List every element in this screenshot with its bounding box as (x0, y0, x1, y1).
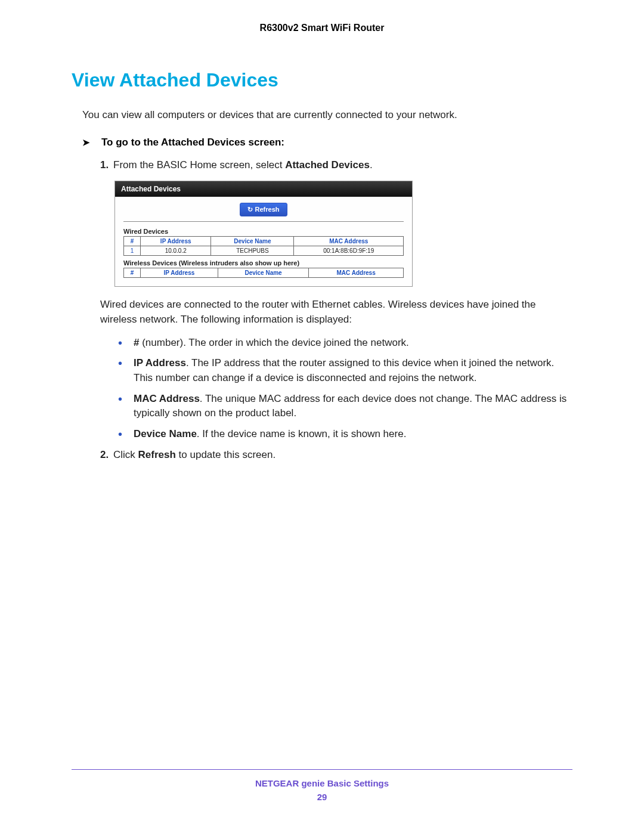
col-ip: IP Address (141, 237, 211, 246)
arrow-icon: ➤ (82, 137, 93, 148)
bullet-bold: Device Name (134, 428, 197, 439)
bullet-rest: (number). The order in which the device … (139, 337, 408, 348)
wired-devices-table: # IP Address Device Name MAC Address 1 1… (123, 236, 404, 256)
bullet-bold: MAC Address (134, 393, 200, 404)
step-1-text-prefix: From the BASIC Home screen, select (113, 159, 285, 171)
list-item: # (number). The order in which the devic… (118, 336, 572, 351)
bullet-rest: . If the device name is known, it is sho… (197, 428, 407, 439)
page-footer: NETGEAR genie Basic Settings 29 (72, 769, 572, 802)
wireless-devices-table: # IP Address Device Name MAC Address (123, 268, 404, 278)
table-row: 1 10.0.0.2 TECHPUBS 00:1A:8B:6D:9F:19 (124, 246, 404, 256)
step-2: 2.Click Refresh to update this screen. (100, 448, 572, 463)
screenshot-title: Attached Devices (115, 181, 412, 197)
col-num: # (124, 268, 141, 278)
list-item: Device Name. If the device name is known… (118, 427, 572, 442)
bullet-rest: . The IP address that the router assigne… (134, 357, 554, 383)
step-1-bold: Attached Devices (285, 159, 370, 171)
col-name: Device Name (211, 237, 294, 246)
wireless-devices-label: Wireless Devices (Wireless intruders als… (123, 259, 404, 267)
cell-name: TECHPUBS (211, 246, 294, 256)
step-1-text-suffix: . (370, 159, 373, 171)
step-2-text-prefix: Click (113, 449, 138, 460)
footer-title: NETGEAR genie Basic Settings (72, 778, 572, 788)
step-1: 1.From the BASIC Home screen, select Att… (100, 158, 572, 173)
intro-paragraph: You can view all computers or devices th… (82, 108, 572, 122)
col-mac: MAC Address (294, 237, 404, 246)
step-2-text-suffix: to update this screen. (176, 449, 275, 460)
step-number: 2. (100, 448, 113, 463)
cell-mac: 00:1A:8B:6D:9F:19 (294, 246, 404, 256)
doc-header: R6300v2 Smart WiFi Router (72, 23, 572, 33)
step-number: 1. (100, 158, 113, 173)
procedure-heading: ➤To go to the Attached Devices screen: (82, 137, 572, 148)
step-2-bold: Refresh (138, 449, 176, 460)
list-item: IP Address. The IP address that the rout… (118, 356, 572, 385)
col-mac: MAC Address (309, 268, 404, 278)
col-name: Device Name (218, 268, 308, 278)
bullet-bold: IP Address (134, 357, 186, 368)
post-screenshot-paragraph: Wired devices are connected to the route… (100, 298, 572, 327)
info-bullet-list: # (number). The order in which the devic… (118, 336, 572, 442)
procedure-title-text: To go to the Attached Devices screen: (101, 137, 284, 148)
divider (123, 221, 404, 222)
section-title: View Attached Devices (72, 69, 572, 91)
col-num: # (124, 237, 141, 246)
col-ip: IP Address (141, 268, 218, 278)
attached-devices-screenshot: Attached Devices Refresh Wired Devices #… (114, 181, 413, 287)
cell-num: 1 (124, 246, 141, 256)
footer-page-number: 29 (72, 792, 572, 802)
cell-ip: 10.0.0.2 (141, 246, 211, 256)
wired-devices-label: Wired Devices (123, 228, 404, 235)
refresh-button[interactable]: Refresh (240, 203, 287, 216)
list-item: MAC Address. The unique MAC address for … (118, 392, 572, 421)
footer-rule (72, 769, 572, 770)
